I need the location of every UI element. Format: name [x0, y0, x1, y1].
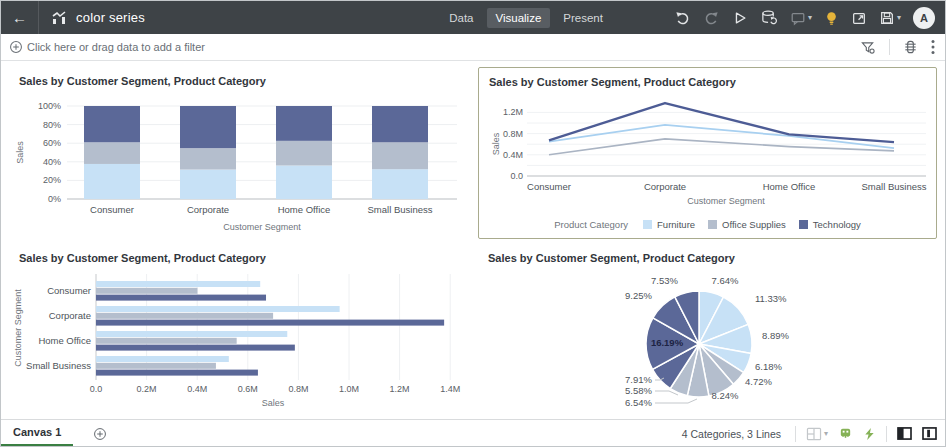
bar-segment-office-supplies[interactable]: [84, 142, 140, 164]
bar-technology[interactable]: [96, 345, 295, 351]
bar-segment-furniture[interactable]: [276, 165, 332, 199]
save-icon[interactable]: ▾: [879, 10, 901, 26]
header-toolbar: ▾: [674, 9, 901, 26]
x-tick-label: 0.6M: [238, 384, 258, 394]
visualization-canvas: Sales by Customer Segment, Product Categ…: [1, 61, 945, 419]
bar-segment-furniture[interactable]: [84, 164, 140, 199]
bar-technology[interactable]: [96, 320, 444, 326]
legend-swatch: [643, 220, 652, 229]
x-tick-label: 1.4M: [440, 384, 460, 394]
bar-segment-technology[interactable]: [180, 106, 236, 148]
viz-horizontal-bar-tile[interactable]: Sales by Customer Segment, Product Categ…: [9, 244, 467, 414]
bar-segment-furniture[interactable]: [180, 170, 236, 199]
workbook-title: color series: [76, 10, 145, 25]
x-category-label: Small Business: [368, 204, 433, 215]
bar-segment-furniture[interactable]: [372, 169, 428, 199]
x-tick-label: 1.2M: [390, 384, 410, 394]
bar-segment-technology[interactable]: [276, 106, 332, 141]
x-axis-title: Customer Segment: [687, 196, 765, 206]
tab-visualize[interactable]: Visualize: [487, 8, 551, 28]
bar-segment-office-supplies[interactable]: [180, 148, 236, 169]
toggle-right-panel-icon[interactable]: [922, 427, 937, 440]
x-category-label: Small Business: [862, 181, 927, 192]
bar-office-supplies[interactable]: [96, 338, 237, 344]
pie-chart: 7.64%11.33%8.89%6.18%4.72%8.24%6.54%5.58…: [478, 266, 937, 414]
pie-slice-label: 9.25%: [625, 290, 652, 301]
tab-present[interactable]: Present: [554, 8, 612, 28]
pie-slice-label: 11.33%: [755, 293, 787, 304]
back-arrow-icon: ←: [12, 9, 27, 26]
user-avatar[interactable]: A: [913, 7, 935, 29]
add-filter-target[interactable]: Click here or drag data to add a filter: [9, 40, 205, 54]
canvas-tab[interactable]: Canvas 1: [1, 420, 73, 447]
x-category-label: Consumer: [527, 181, 571, 192]
viz-line-chart-tile[interactable]: Sales by Customer Segment, Product Categ…: [478, 67, 937, 239]
footer-divider: [886, 426, 887, 442]
bar-furniture[interactable]: [96, 281, 260, 287]
viz-stacked-bar-tile[interactable]: Sales by Customer Segment, Product Categ…: [9, 67, 467, 241]
bar-office-supplies[interactable]: [96, 288, 197, 294]
viz-pie-chart-tile[interactable]: Sales by Customer Segment, Product Categ…: [478, 244, 937, 414]
pie-slice-label: 7.91%: [625, 374, 652, 385]
canvas-layout-icon[interactable]: ▾: [806, 427, 828, 441]
bar-furniture[interactable]: [96, 306, 340, 312]
filter-options-icon[interactable]: [860, 40, 876, 55]
diagnostics-bug-icon[interactable]: [838, 427, 853, 441]
x-category-label: Consumer: [90, 204, 134, 215]
redo-icon[interactable]: [703, 9, 720, 26]
toggle-left-panel-icon[interactable]: [897, 427, 912, 440]
viz-status-text: 4 Categories, 3 Lines: [682, 428, 781, 440]
present-play-icon[interactable]: [732, 10, 748, 26]
bar-segment-technology[interactable]: [84, 106, 140, 142]
bar-furniture[interactable]: [96, 331, 287, 337]
y-tick-label: 1.2M: [503, 107, 523, 117]
pie-slice-label: 6.54%: [625, 397, 652, 408]
spark-lightning-icon[interactable]: [863, 427, 876, 441]
pie-label-leader: [655, 399, 697, 403]
filter-bar-divider: [889, 39, 890, 55]
y-category-label: Corporate: [49, 310, 91, 321]
bar-segment-office-supplies[interactable]: [372, 142, 428, 169]
chart-title: Sales by Customer Segment, Product Categ…: [9, 67, 467, 89]
x-category-label: Home Office: [763, 181, 816, 192]
chart-title: Sales by Customer Segment, Product Categ…: [479, 68, 936, 90]
pie-slice-label: 8.89%: [762, 330, 789, 341]
bar-segment-office-supplies[interactable]: [276, 141, 332, 166]
back-button[interactable]: ←: [1, 1, 39, 34]
filter-bar-menu-kebab-icon[interactable]: [931, 39, 935, 55]
legend-item-technology[interactable]: Technology: [799, 219, 861, 230]
stacked-bar-chart: 0%20%40%60%80%100%ConsumerCorporateHome …: [9, 89, 467, 241]
bar-technology[interactable]: [96, 295, 266, 301]
bar-office-supplies[interactable]: [96, 363, 216, 369]
legend-item-furniture[interactable]: Furniture: [643, 219, 695, 230]
refresh-data-icon[interactable]: [760, 9, 778, 26]
legend-title: Product Category: [554, 219, 628, 230]
y-category-label: Home Office: [38, 335, 91, 346]
y-category-label: Small Business: [26, 360, 91, 371]
insights-lightbulb-icon[interactable]: [824, 10, 839, 26]
x-tick-label: 1.0M: [339, 384, 359, 394]
y-tick-label: 60%: [43, 138, 61, 148]
y-axis-title: Customer Segment: [13, 289, 23, 367]
workbook-chart-icon: [51, 10, 67, 26]
add-canvas-icon[interactable]: [93, 427, 107, 441]
legend-swatch: [799, 220, 808, 229]
comments-icon[interactable]: ▾: [790, 10, 812, 26]
pie-slice-label: 5.58%: [625, 385, 652, 396]
open-in-new-window-icon[interactable]: [851, 10, 867, 26]
bar-technology[interactable]: [96, 370, 258, 376]
y-axis-title: Sales: [15, 141, 25, 164]
undo-icon[interactable]: [674, 9, 691, 26]
tab-data[interactable]: Data: [440, 8, 482, 28]
y-tick-label: 0.4M: [503, 150, 523, 160]
comments-caret-icon: ▾: [808, 13, 812, 22]
line-series-office-supplies[interactable]: [549, 139, 894, 155]
bar-office-supplies[interactable]: [96, 313, 273, 319]
bar-furniture[interactable]: [96, 356, 229, 362]
y-tick-label: 0.8M: [503, 129, 523, 139]
filter-bar-settings-icon[interactable]: [903, 39, 918, 55]
legend-item-office-supplies[interactable]: Office Supplies: [708, 219, 786, 230]
horizontal-bar-chart: 0.00.2M0.4M0.6M0.8M1.0M1.2M1.4MConsumerC…: [9, 266, 467, 414]
pie-slice-label: 4.72%: [745, 376, 772, 387]
bar-segment-technology[interactable]: [372, 106, 428, 142]
